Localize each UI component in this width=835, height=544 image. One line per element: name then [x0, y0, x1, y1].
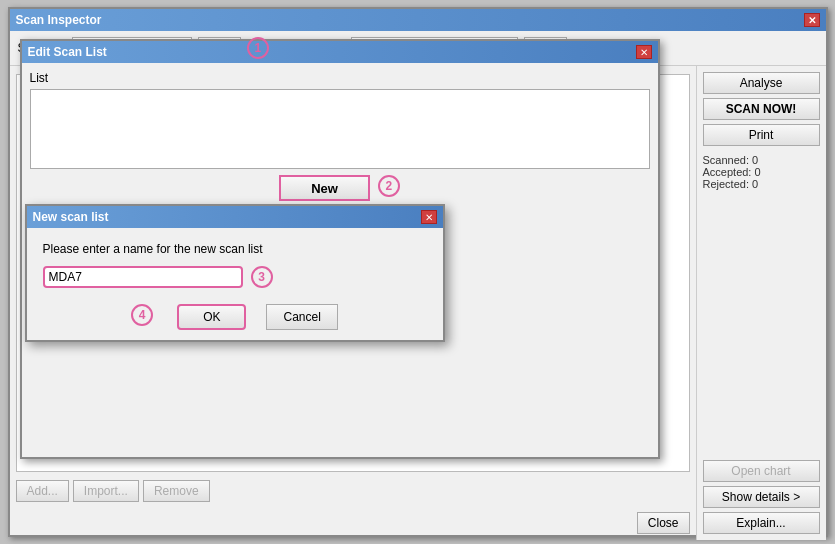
new-scan-list-body: Please enter a name for the new scan lis… [27, 228, 443, 340]
open-chart-button[interactable]: Open chart [703, 460, 820, 482]
new-scan-list-button[interactable]: New [279, 175, 370, 201]
main-close-button[interactable]: ✕ [804, 13, 820, 27]
main-title-bar: Scan Inspector ✕ [10, 9, 826, 31]
remove-button[interactable]: Remove [143, 480, 210, 502]
action-buttons-row: Add... Import... Remove [10, 476, 696, 506]
new-scan-list-prompt: Please enter a name for the new scan lis… [43, 242, 427, 256]
rejected-stat: Rejected: 0 [703, 178, 820, 190]
main-window-title: Scan Inspector [16, 13, 102, 27]
scan-now-button[interactable]: SCAN NOW! [703, 98, 820, 120]
explain-button[interactable]: Explain... [703, 512, 820, 534]
show-details-button[interactable]: Show details > [703, 486, 820, 508]
analyse-button[interactable]: Analyse [703, 72, 820, 94]
new-scan-list-title: New scan list [33, 210, 109, 224]
annotation-2: 2 [378, 175, 400, 197]
annotation-4: 4 [131, 304, 153, 326]
list-label: List [30, 71, 650, 85]
new-scan-list-close-button[interactable]: ✕ [421, 210, 437, 224]
dialog-ok-button[interactable]: OK [177, 304, 246, 330]
import-button[interactable]: Import... [73, 480, 139, 502]
scan-list-listbox[interactable] [30, 89, 650, 169]
main-window: Scan Inspector ✕ Scan list: Edit 1 Condi… [8, 7, 828, 537]
edit-scan-list-title-bar: Edit Scan List ✕ [22, 41, 658, 63]
right-sidebar: Analyse SCAN NOW! Print Scanned: 0 Accep… [696, 66, 826, 540]
new-scan-list-dialog: New scan list ✕ Please enter a name for … [25, 204, 445, 342]
scanned-stat: Scanned: 0 [703, 154, 820, 166]
new-btn-row: New 2 [30, 175, 650, 201]
dialog-button-row: 4 OK Cancel [43, 304, 427, 330]
dialog-cancel-button[interactable]: Cancel [266, 304, 337, 330]
new-scan-list-input[interactable] [43, 266, 243, 288]
add-button[interactable]: Add... [16, 480, 69, 502]
scan-stats: Scanned: 0 Accepted: 0 Rejected: 0 [703, 154, 820, 190]
edit-scan-list-title: Edit Scan List [28, 45, 107, 59]
edit-scan-list-close-button[interactable]: ✕ [636, 45, 652, 59]
print-button[interactable]: Print [703, 124, 820, 146]
dialog-input-row: 3 [43, 266, 427, 288]
accepted-stat: Accepted: 0 [703, 166, 820, 178]
close-button[interactable]: Close [637, 512, 690, 534]
annotation-3: 3 [251, 266, 273, 288]
new-scan-list-title-bar: New scan list ✕ [27, 206, 443, 228]
close-row: Close [10, 506, 696, 540]
edit-scan-list-content: List New 2 [22, 63, 658, 217]
